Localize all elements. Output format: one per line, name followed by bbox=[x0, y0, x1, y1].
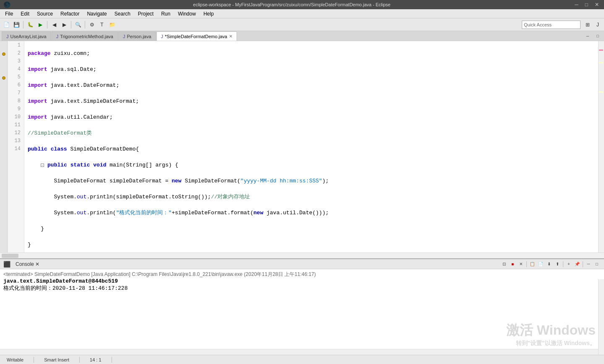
toolbar-separator-1 bbox=[23, 21, 23, 29]
toolbar: 📄 💾 🐛 ▶ ◀ ▶ 🔍 ⚙ T 📁 Quick Access ⊞ J bbox=[0, 18, 604, 31]
menu-window[interactable]: Window bbox=[174, 10, 199, 18]
quick-access-box[interactable]: Quick Access bbox=[522, 21, 581, 29]
console-sep-1 bbox=[526, 261, 527, 267]
console-header: ⬛ Console ✕ ⊡ ■ ✕ 📋 📄 ⬇ ⬆ + 📌 ─ □ bbox=[0, 259, 604, 269]
line-num-5: 5 bbox=[8, 73, 22, 81]
tab-icon-person: J bbox=[123, 34, 125, 39]
debug-button[interactable]: 🐛 bbox=[26, 20, 35, 29]
console-minimize-button[interactable]: ─ bbox=[585, 260, 592, 268]
maximize-button[interactable]: □ bbox=[583, 2, 590, 8]
tab-label-usearraylist: UseArrayList.java bbox=[10, 34, 47, 39]
line-num-8: 8 bbox=[8, 97, 22, 105]
line-num-3: 3 bbox=[8, 57, 22, 65]
new-button[interactable]: 📄 bbox=[2, 20, 11, 29]
console-stop-button[interactable]: ■ bbox=[509, 260, 516, 268]
status-sep-3 bbox=[112, 357, 112, 363]
forward-button[interactable]: ▶ bbox=[60, 20, 69, 29]
close-button[interactable]: ✕ bbox=[593, 2, 601, 8]
line-num-9: 9 bbox=[8, 105, 22, 113]
tab-close-simpledateformat[interactable]: ✕ bbox=[229, 34, 232, 39]
tab-label-trigonometric: TrigonometricMethod.java bbox=[60, 34, 113, 39]
console-body: <terminated> SimpleDateFormatDemo [Java … bbox=[0, 269, 604, 349]
console-pin-button[interactable]: 📌 bbox=[573, 260, 581, 268]
code-line-9: SimpleDateFormat simpleDateFormat = new … bbox=[28, 177, 598, 185]
menu-source[interactable]: Source bbox=[34, 10, 56, 18]
code-line-4: import java.text.SimpleDateFormat; bbox=[28, 97, 598, 105]
line-num-6: 6 bbox=[8, 81, 22, 89]
line-num-1: 1 bbox=[8, 42, 22, 49]
perspective-button[interactable]: ⚙ bbox=[87, 20, 96, 29]
back-button[interactable]: ◀ bbox=[49, 20, 59, 29]
menu-navigate[interactable]: Navigate bbox=[83, 10, 110, 18]
console-toolbar: ⊡ ■ ✕ 📋 📄 ⬇ ⬆ + 📌 ─ □ bbox=[500, 260, 601, 268]
menu-project[interactable]: Project bbox=[135, 10, 157, 18]
menu-search[interactable]: Search bbox=[111, 10, 134, 18]
line-numbers: 1 2 3 4 5 6 7 8 9 10 11 12 13 14 bbox=[8, 41, 24, 252]
scroll-marker-1 bbox=[599, 49, 603, 51]
console-scroll-end-button[interactable]: ⬇ bbox=[545, 260, 553, 268]
scroll-marker-2 bbox=[599, 62, 603, 63]
console-maximize-button[interactable]: □ bbox=[593, 260, 601, 268]
vertical-scrollbar[interactable] bbox=[598, 41, 604, 252]
console-sep-3 bbox=[583, 261, 583, 267]
menu-file[interactable]: File bbox=[2, 10, 16, 18]
perspective-icon-button[interactable]: ⊞ bbox=[583, 20, 592, 29]
title-bar: 🌑 eclipse-workspace - MyFirstJavaProgram… bbox=[0, 0, 604, 9]
console-tab[interactable]: Console ✕ bbox=[14, 261, 41, 267]
console-clear-button[interactable]: ⊡ bbox=[500, 260, 508, 268]
run-button[interactable]: ▶ bbox=[36, 20, 45, 29]
code-line-10: System.out.println(simpleDateFormat.toSt… bbox=[28, 193, 598, 201]
line-num-13: 13 bbox=[8, 137, 22, 145]
tab-simpledateformat[interactable]: J *SimpleDateFormatDemo.java ✕ bbox=[156, 31, 237, 41]
collapse-button-8[interactable]: − bbox=[41, 164, 44, 167]
code-line-13: } bbox=[28, 241, 598, 249]
line-num-11: 11 bbox=[8, 121, 22, 129]
console-hscroll[interactable] bbox=[0, 349, 604, 355]
tab-label-simpledateformat: *SimpleDateFormatDemo.java bbox=[165, 34, 227, 39]
menu-help[interactable]: Help bbox=[200, 10, 217, 18]
save-button[interactable]: 💾 bbox=[12, 20, 21, 29]
java-perspective-button[interactable]: J bbox=[593, 20, 602, 29]
toolbar-separator-4 bbox=[85, 21, 85, 29]
console-icon: ⬛ bbox=[3, 261, 10, 268]
toolbar-separator-3 bbox=[71, 21, 71, 29]
tab-person[interactable]: J Person.java bbox=[118, 31, 156, 41]
console-copy-button[interactable]: 📋 bbox=[528, 260, 536, 268]
code-line-2: import java.sql.Date; bbox=[28, 65, 598, 73]
resource-button[interactable]: 📁 bbox=[107, 20, 117, 29]
line-num-2: 2 bbox=[8, 49, 22, 57]
console-scrollbar[interactable] bbox=[598, 279, 604, 355]
console-paste-button[interactable]: 📄 bbox=[537, 260, 544, 268]
tab-trigonometric[interactable]: J TrigonometricMethod.java bbox=[52, 31, 118, 41]
status-position: 14 : 1 bbox=[86, 357, 105, 362]
line-num-14: 14 bbox=[8, 145, 22, 153]
editor-area: 1 2 3 4 5 6 7 8 9 10 11 12 13 14 package… bbox=[0, 41, 604, 252]
code-content[interactable]: package zuixu.comn; import java.sql.Date… bbox=[24, 41, 598, 252]
horizontal-scrollbar[interactable] bbox=[0, 252, 604, 258]
search-toolbar-button[interactable]: 🔍 bbox=[73, 20, 83, 29]
tab-maximize-button[interactable]: □ bbox=[593, 31, 602, 41]
minimize-button[interactable]: ─ bbox=[573, 2, 580, 8]
status-writable: Writable bbox=[3, 357, 27, 362]
open-type-button[interactable]: T bbox=[97, 20, 107, 29]
tab-icon-simpledateformat: J bbox=[161, 34, 164, 39]
console-scroll-top-button[interactable]: ⬆ bbox=[554, 260, 561, 268]
tab-minimize-button[interactable]: ─ bbox=[583, 31, 592, 41]
menu-run[interactable]: Run bbox=[158, 10, 174, 18]
window-controls[interactable]: ─ □ ✕ bbox=[573, 2, 601, 8]
console-disconnect-button[interactable]: ✕ bbox=[517, 260, 525, 268]
eclipse-icon: 🌑 bbox=[3, 1, 10, 8]
hscroll-thumb[interactable] bbox=[2, 254, 18, 258]
gutter-cell-2[interactable] bbox=[0, 50, 7, 58]
status-bar: Writable Smart Insert 14 : 1 bbox=[0, 355, 604, 364]
gutter-cell-5[interactable] bbox=[0, 74, 7, 82]
code-line-6: //SimpleDateFormat类 bbox=[28, 129, 598, 137]
code-editor[interactable]: 1 2 3 4 5 6 7 8 9 10 11 12 13 14 package… bbox=[8, 41, 598, 252]
code-line-1: package zuixu.comn; bbox=[28, 49, 598, 57]
console-new-button[interactable]: + bbox=[565, 260, 573, 268]
code-line-7: public class SimpleDateFormatDemo{ bbox=[28, 145, 598, 153]
tab-icon-usearraylist: J bbox=[6, 34, 9, 39]
menu-refactor[interactable]: Refactor bbox=[57, 10, 83, 18]
tab-usearraylist[interactable]: J UseArrayList.java bbox=[2, 31, 51, 41]
menu-edit[interactable]: Edit bbox=[17, 10, 33, 18]
